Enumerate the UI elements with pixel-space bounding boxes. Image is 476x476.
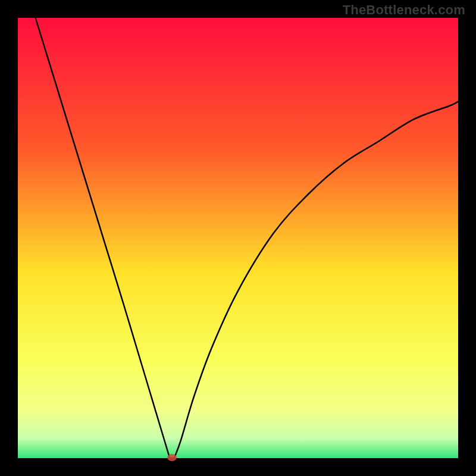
minimum-marker: [167, 454, 177, 461]
chart-container: TheBottleneck.com: [0, 0, 476, 476]
watermark-text: TheBottleneck.com: [343, 2, 465, 18]
plot-background: [18, 18, 458, 458]
chart-svg: [0, 0, 476, 476]
